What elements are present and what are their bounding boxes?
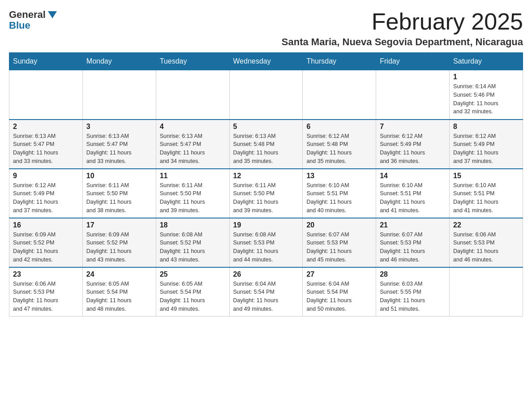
day-number: 16 [13, 221, 79, 229]
month-title: February 2025 [282, 9, 523, 34]
page-header: General Blue February 2025 Santa Maria, … [9, 9, 523, 48]
day-number: 24 [86, 270, 152, 278]
calendar-cell: 5Sunrise: 6:13 AMSunset: 5:48 PMDaylight… [229, 120, 303, 169]
calendar-cell [450, 267, 523, 317]
day-number: 21 [380, 221, 446, 229]
day-number: 1 [453, 73, 519, 81]
day-number: 12 [233, 172, 299, 180]
header-wednesday: Wednesday [229, 53, 303, 70]
calendar-cell: 3Sunrise: 6:13 AMSunset: 5:47 PMDaylight… [82, 120, 156, 169]
calendar-cell: 17Sunrise: 6:09 AMSunset: 5:52 PMDayligh… [82, 218, 156, 267]
day-info: Sunrise: 6:12 AMSunset: 5:49 PMDaylight:… [13, 181, 79, 215]
header-friday: Friday [376, 53, 450, 70]
calendar-cell: 23Sunrise: 6:06 AMSunset: 5:53 PMDayligh… [9, 267, 83, 317]
calendar-cell: 12Sunrise: 6:11 AMSunset: 5:50 PMDayligh… [229, 169, 303, 218]
day-info: Sunrise: 6:04 AMSunset: 5:54 PMDaylight:… [233, 280, 299, 313]
day-info: Sunrise: 6:08 AMSunset: 5:53 PMDaylight:… [233, 231, 299, 264]
day-number: 18 [160, 221, 226, 229]
day-number: 11 [160, 172, 226, 180]
header-sunday: Sunday [9, 53, 83, 70]
day-number: 6 [306, 123, 372, 131]
calendar-cell: 24Sunrise: 6:05 AMSunset: 5:54 PMDayligh… [82, 267, 156, 317]
week-row-3: 9Sunrise: 6:12 AMSunset: 5:49 PMDaylight… [9, 169, 523, 218]
calendar-cell: 1Sunrise: 6:14 AMSunset: 5:46 PMDaylight… [450, 70, 523, 120]
calendar-cell: 9Sunrise: 6:12 AMSunset: 5:49 PMDaylight… [9, 169, 83, 218]
day-number: 22 [453, 221, 519, 229]
day-info: Sunrise: 6:13 AMSunset: 5:48 PMDaylight:… [233, 132, 299, 166]
logo: General Blue [9, 9, 57, 31]
day-info: Sunrise: 6:08 AMSunset: 5:52 PMDaylight:… [160, 231, 226, 264]
calendar-table: Sunday Monday Tuesday Wednesday Thursday… [9, 52, 523, 317]
calendar-cell: 25Sunrise: 6:05 AMSunset: 5:54 PMDayligh… [156, 267, 229, 317]
day-info: Sunrise: 6:12 AMSunset: 5:48 PMDaylight:… [306, 132, 372, 166]
day-number: 7 [380, 123, 446, 131]
day-number: 15 [453, 172, 519, 180]
day-number: 27 [306, 270, 372, 278]
day-info: Sunrise: 6:10 AMSunset: 5:51 PMDaylight:… [380, 181, 446, 215]
calendar-cell [156, 70, 229, 120]
day-info: Sunrise: 6:06 AMSunset: 5:53 PMDaylight:… [13, 280, 79, 313]
calendar-cell: 18Sunrise: 6:08 AMSunset: 5:52 PMDayligh… [156, 218, 229, 267]
week-row-2: 2Sunrise: 6:13 AMSunset: 5:47 PMDaylight… [9, 120, 523, 169]
calendar-cell: 6Sunrise: 6:12 AMSunset: 5:48 PMDaylight… [303, 120, 376, 169]
day-number: 10 [86, 172, 152, 180]
calendar-cell: 22Sunrise: 6:06 AMSunset: 5:53 PMDayligh… [450, 218, 523, 267]
calendar-cell: 20Sunrise: 6:07 AMSunset: 5:53 PMDayligh… [303, 218, 376, 267]
day-number: 25 [160, 270, 226, 278]
calendar-cell: 11Sunrise: 6:11 AMSunset: 5:50 PMDayligh… [156, 169, 229, 218]
calendar-cell: 16Sunrise: 6:09 AMSunset: 5:52 PMDayligh… [9, 218, 83, 267]
week-row-1: 1Sunrise: 6:14 AMSunset: 5:46 PMDaylight… [9, 70, 523, 120]
day-info: Sunrise: 6:09 AMSunset: 5:52 PMDaylight:… [13, 231, 79, 264]
day-info: Sunrise: 6:10 AMSunset: 5:51 PMDaylight:… [453, 181, 519, 215]
calendar-cell [303, 70, 376, 120]
header-tuesday: Tuesday [156, 53, 229, 70]
calendar-cell: 7Sunrise: 6:12 AMSunset: 5:49 PMDaylight… [376, 120, 450, 169]
calendar-cell: 21Sunrise: 6:07 AMSunset: 5:53 PMDayligh… [376, 218, 450, 267]
calendar-cell: 27Sunrise: 6:04 AMSunset: 5:54 PMDayligh… [303, 267, 376, 317]
day-info: Sunrise: 6:07 AMSunset: 5:53 PMDaylight:… [306, 231, 372, 264]
day-info: Sunrise: 6:10 AMSunset: 5:51 PMDaylight:… [306, 181, 372, 215]
day-info: Sunrise: 6:04 AMSunset: 5:54 PMDaylight:… [306, 280, 372, 313]
day-info: Sunrise: 6:05 AMSunset: 5:54 PMDaylight:… [86, 280, 152, 313]
day-info: Sunrise: 6:03 AMSunset: 5:55 PMDaylight:… [380, 280, 446, 313]
logo-general-text: General [9, 9, 46, 21]
calendar-cell [229, 70, 303, 120]
header-monday: Monday [82, 53, 156, 70]
day-number: 13 [306, 172, 372, 180]
day-number: 4 [160, 123, 226, 131]
calendar-cell [376, 70, 450, 120]
day-number: 5 [233, 123, 299, 131]
day-number: 28 [380, 270, 446, 278]
calendar-cell: 28Sunrise: 6:03 AMSunset: 5:55 PMDayligh… [376, 267, 450, 317]
day-info: Sunrise: 6:11 AMSunset: 5:50 PMDaylight:… [233, 181, 299, 215]
day-info: Sunrise: 6:05 AMSunset: 5:54 PMDaylight:… [160, 280, 226, 313]
logo-blue-text: Blue [9, 20, 30, 31]
weekday-header-row: Sunday Monday Tuesday Wednesday Thursday… [9, 53, 523, 70]
calendar-cell: 4Sunrise: 6:13 AMSunset: 5:47 PMDaylight… [156, 120, 229, 169]
calendar-cell: 8Sunrise: 6:12 AMSunset: 5:49 PMDaylight… [450, 120, 523, 169]
calendar-cell: 13Sunrise: 6:10 AMSunset: 5:51 PMDayligh… [303, 169, 376, 218]
calendar-cell: 26Sunrise: 6:04 AMSunset: 5:54 PMDayligh… [229, 267, 303, 317]
day-number: 3 [86, 123, 152, 131]
day-number: 19 [233, 221, 299, 229]
calendar-cell [9, 70, 83, 120]
day-number: 23 [13, 270, 79, 278]
location-title: Santa Maria, Nueva Segovia Department, N… [282, 36, 523, 48]
header-saturday: Saturday [450, 53, 523, 70]
day-info: Sunrise: 6:12 AMSunset: 5:49 PMDaylight:… [453, 132, 519, 166]
day-info: Sunrise: 6:11 AMSunset: 5:50 PMDaylight:… [86, 181, 152, 215]
week-row-5: 23Sunrise: 6:06 AMSunset: 5:53 PMDayligh… [9, 267, 523, 317]
week-row-4: 16Sunrise: 6:09 AMSunset: 5:52 PMDayligh… [9, 218, 523, 267]
day-info: Sunrise: 6:14 AMSunset: 5:46 PMDaylight:… [453, 82, 519, 116]
day-number: 17 [86, 221, 152, 229]
calendar-cell: 19Sunrise: 6:08 AMSunset: 5:53 PMDayligh… [229, 218, 303, 267]
calendar-cell [82, 70, 156, 120]
day-info: Sunrise: 6:07 AMSunset: 5:53 PMDaylight:… [380, 231, 446, 264]
day-number: 20 [306, 221, 372, 229]
day-info: Sunrise: 6:13 AMSunset: 5:47 PMDaylight:… [86, 132, 152, 166]
day-number: 9 [13, 172, 79, 180]
title-section: February 2025 Santa Maria, Nueva Segovia… [282, 9, 523, 48]
calendar-cell: 10Sunrise: 6:11 AMSunset: 5:50 PMDayligh… [82, 169, 156, 218]
header-thursday: Thursday [303, 53, 376, 70]
day-info: Sunrise: 6:09 AMSunset: 5:52 PMDaylight:… [86, 231, 152, 264]
